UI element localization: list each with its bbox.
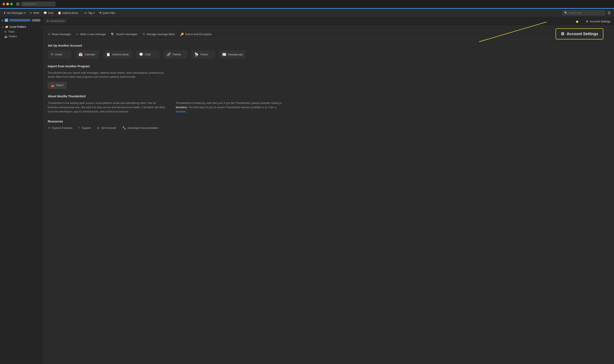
tag-label: Tag [88, 12, 92, 14]
manage-filters-icon: ⚗ [142, 33, 145, 36]
hamburger-menu[interactable]: ☰ [606, 10, 612, 16]
account-settings-highlight-label: Account Settings [567, 32, 598, 36]
traffic-lights [2, 3, 13, 5]
quick-filter-button[interactable]: ⚗ Quick Filter [97, 11, 117, 15]
email-card-icon: ✉ [51, 52, 54, 56]
get-messages-label: Get Messages [7, 12, 23, 14]
setup-chat-card[interactable]: 💬 Chat [136, 50, 160, 59]
chat-button[interactable]: 💬 Chat [42, 11, 55, 15]
write-icon: ✏ [30, 11, 32, 14]
donate-prefix: Thunderbird is funded by users like you!… [176, 102, 282, 104]
filelink-card-label: Filelink [173, 53, 181, 56]
import-title: Import from Another Program [48, 65, 609, 68]
resource-support[interactable]: ? Support [78, 126, 91, 130]
resources-title: Resources [48, 120, 609, 123]
import-section: Import from Another Program Thunderbird … [48, 65, 609, 89]
calendar-card-label: Calendar [84, 53, 95, 56]
account-settings-topright[interactable]: ⚙ Account Settings [586, 20, 611, 23]
account-settings-highlight-box[interactable]: ⚙ Account Settings [556, 28, 603, 39]
e2e-encryption-action[interactable]: 🔑 End-to-end Encryption [180, 33, 212, 36]
explore-features-icon: ✦ [48, 126, 51, 130]
tag-chevron[interactable]: ▾ [93, 12, 95, 14]
about-text: Thunderbird is the leading open source, … [48, 101, 167, 114]
sidebar: ▶ ✉ (+7491) ▼ 📁 Local Folders 🗑 Trash 📤 … [0, 17, 43, 364]
main-layout: ▶ ✉ (+7491) ▼ 📁 Local Folders 🗑 Trash 📤 … [0, 17, 614, 364]
app-icon [16, 2, 20, 6]
email-card-label: Email [55, 53, 62, 56]
quick-actions-bar: ✉ Read messages ✏ Write a new message 🔍 … [48, 29, 609, 40]
write-message-action[interactable]: ✏ Write a new message [76, 33, 106, 36]
tab-icon: ✉ [47, 20, 49, 23]
donate-period: . [186, 110, 187, 113]
close-button[interactable] [2, 3, 5, 5]
get-messages-chevron[interactable]: ▾ [24, 12, 26, 14]
setup-title: Set Up Another Account [48, 44, 609, 47]
gear-icon-highlight: ⚙ [561, 31, 565, 36]
import-icon: 📥 [51, 84, 54, 87]
sidebar-local-folders-section: ▼ 📁 Local Folders 🗑 Trash 📤 Outbox [0, 24, 42, 40]
encryption-icon: 🔑 [180, 33, 184, 36]
tag-button[interactable]: 🏷 Tag ▾ [82, 11, 96, 15]
account-settings-topright-label: Account Settings [590, 20, 611, 23]
account-label [9, 19, 30, 22]
annotation-dot [576, 21, 578, 23]
maximize-button[interactable] [10, 3, 13, 5]
quick-filter-label: Quick Filter [103, 12, 116, 14]
sidebar-item-trash[interactable]: 🗑 Trash [0, 29, 42, 34]
setup-newsgroups-card[interactable]: 📰 Newsgroups [219, 50, 246, 59]
write-button[interactable]: ✏ Write [28, 11, 41, 15]
newsgroups-card-icon: 📰 [222, 52, 226, 56]
chat-card-label: Chat [145, 53, 150, 56]
developer-docs-icon: 🔧 [122, 126, 126, 130]
manage-filters-action[interactable]: ⚗ Manage message filters [142, 33, 175, 36]
write-message-icon: ✏ [76, 33, 79, 36]
setup-calendar-card[interactable]: 📅 Calendar [75, 50, 99, 59]
folder-icon: 📁 [5, 25, 8, 28]
search-messages-action[interactable]: 🔍 Search messages [111, 33, 137, 36]
search-input[interactable] [569, 12, 603, 14]
outbox-label: Outbox [9, 35, 17, 38]
about-title: About Mozilla Thunderbird [48, 95, 609, 98]
resources-section: Resources ✦ Explore Features ? Support ⊕… [48, 120, 609, 130]
sidebar-item-outbox[interactable]: 📤 Outbox [0, 34, 42, 39]
get-messages-icon: ⬇ [3, 11, 6, 14]
get-messages-button[interactable]: ⬇ Get Messages ▾ [2, 11, 27, 15]
resource-explore-features[interactable]: ✦ Explore Features [48, 126, 72, 130]
setup-email-card[interactable]: ✉ Email [48, 50, 71, 59]
search-icon: 🔍 [564, 11, 568, 14]
setup-addressbook-card[interactable]: 📋 Address Book [103, 50, 132, 59]
import-button[interactable]: 📥 Import [48, 82, 67, 89]
resource-get-involved[interactable]: ⊕ Get Involved [97, 126, 116, 130]
separator-1 [81, 11, 81, 15]
search-box[interactable]: 🔍 [562, 11, 605, 15]
read-messages-label: Read messages [52, 33, 71, 36]
quick-filter-icon: ⚗ [99, 11, 101, 14]
support-label: Support [82, 127, 91, 130]
content-area: ✉ ⚙ Account Settings ✉ Read messages ✏ W… [43, 17, 614, 364]
minimize-button[interactable] [6, 3, 9, 5]
setup-section: Set Up Another Account ✉ Email 📅 Calenda… [48, 44, 609, 59]
sidebar-local-folders[interactable]: ▼ 📁 Local Folders [0, 24, 42, 29]
feeds-card-label: Feeds [200, 53, 208, 56]
tab-home[interactable]: ✉ [44, 18, 67, 24]
read-messages-action[interactable]: ✉ Read messages [48, 33, 71, 36]
chat-card-icon: 💬 [139, 52, 143, 56]
calendar-card-icon: 📅 [79, 52, 83, 56]
setup-feeds-card[interactable]: 📡 Feeds [191, 50, 215, 59]
chat-label: Chat [48, 12, 53, 14]
filelink-card-icon: 🔗 [167, 52, 171, 56]
gear-icon-top: ⚙ [586, 20, 588, 23]
addressbook-card-label: Address Book [112, 53, 129, 56]
setup-filelink-card[interactable]: 🔗 Filelink [164, 50, 187, 59]
resource-developer-docs[interactable]: 🔧 Developer Documentation [122, 126, 159, 130]
address-book-button[interactable]: 📋 Address Book [56, 11, 80, 15]
setup-cards: ✉ Email 📅 Calendar 📋 Address Book 💬 Chat [48, 50, 609, 59]
about-content: Thunderbird is the leading open source, … [48, 101, 609, 114]
sidebar-account-item[interactable]: ▶ ✉ (+7491) [0, 17, 42, 24]
donate-suffix: The best way for you to ensure Thunderbi… [188, 106, 268, 109]
import-description: Thunderbird lets you import mail message… [48, 71, 167, 79]
titlebar-input[interactable] [21, 2, 55, 6]
search-messages-icon: 🔍 [111, 33, 114, 36]
trash-label: Trash [8, 30, 14, 33]
chat-icon: 💬 [43, 11, 47, 14]
